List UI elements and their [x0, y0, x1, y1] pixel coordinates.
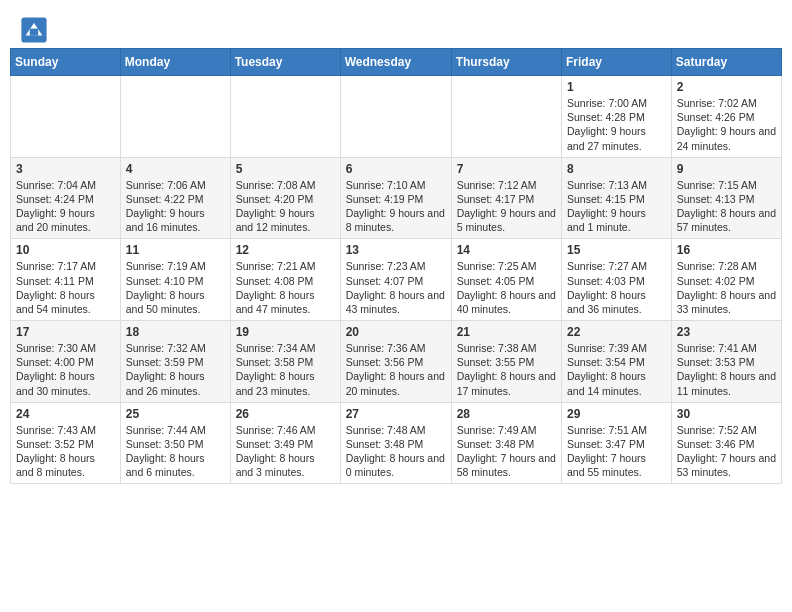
day-info: Sunset: 3:58 PM: [236, 355, 335, 369]
day-number: 23: [677, 325, 776, 339]
day-info: Daylight: 8 hours and 43 minutes.: [346, 288, 446, 316]
week-row-5: 24Sunrise: 7:43 AMSunset: 3:52 PMDayligh…: [11, 402, 782, 484]
day-info: Sunset: 3:48 PM: [346, 437, 446, 451]
day-info: Sunset: 3:50 PM: [126, 437, 225, 451]
day-number: 30: [677, 407, 776, 421]
calendar-cell: 26Sunrise: 7:46 AMSunset: 3:49 PMDayligh…: [230, 402, 340, 484]
calendar-cell: 4Sunrise: 7:06 AMSunset: 4:22 PMDaylight…: [120, 157, 230, 239]
calendar-cell: 19Sunrise: 7:34 AMSunset: 3:58 PMDayligh…: [230, 321, 340, 403]
calendar-cell: 5Sunrise: 7:08 AMSunset: 4:20 PMDaylight…: [230, 157, 340, 239]
day-info: Daylight: 8 hours and 33 minutes.: [677, 288, 776, 316]
day-number: 17: [16, 325, 115, 339]
day-number: 20: [346, 325, 446, 339]
calendar-cell: 30Sunrise: 7:52 AMSunset: 3:46 PMDayligh…: [671, 402, 781, 484]
week-row-2: 3Sunrise: 7:04 AMSunset: 4:24 PMDaylight…: [11, 157, 782, 239]
day-info: Daylight: 8 hours and 20 minutes.: [346, 369, 446, 397]
header-row: SundayMondayTuesdayWednesdayThursdayFrid…: [11, 49, 782, 76]
calendar-cell: 24Sunrise: 7:43 AMSunset: 3:52 PMDayligh…: [11, 402, 121, 484]
day-number: 13: [346, 243, 446, 257]
day-number: 5: [236, 162, 335, 176]
calendar-cell: 23Sunrise: 7:41 AMSunset: 3:53 PMDayligh…: [671, 321, 781, 403]
day-info: Daylight: 8 hours and 50 minutes.: [126, 288, 225, 316]
week-row-1: 1Sunrise: 7:00 AMSunset: 4:28 PMDaylight…: [11, 76, 782, 158]
day-info: Sunset: 4:24 PM: [16, 192, 115, 206]
day-info: Sunrise: 7:39 AM: [567, 341, 666, 355]
calendar-cell: 6Sunrise: 7:10 AMSunset: 4:19 PMDaylight…: [340, 157, 451, 239]
calendar-cell: 17Sunrise: 7:30 AMSunset: 4:00 PMDayligh…: [11, 321, 121, 403]
day-info: Sunset: 3:47 PM: [567, 437, 666, 451]
day-info: Sunset: 3:56 PM: [346, 355, 446, 369]
day-info: Sunrise: 7:21 AM: [236, 259, 335, 273]
day-info: Sunrise: 7:08 AM: [236, 178, 335, 192]
day-info: Daylight: 7 hours and 58 minutes.: [457, 451, 556, 479]
day-header-sunday: Sunday: [11, 49, 121, 76]
day-number: 15: [567, 243, 666, 257]
calendar-cell: 13Sunrise: 7:23 AMSunset: 4:07 PMDayligh…: [340, 239, 451, 321]
day-info: Daylight: 8 hours and 8 minutes.: [16, 451, 115, 479]
day-info: Sunset: 4:19 PM: [346, 192, 446, 206]
day-info: Sunset: 4:17 PM: [457, 192, 556, 206]
day-number: 21: [457, 325, 556, 339]
day-info: Sunset: 3:59 PM: [126, 355, 225, 369]
day-number: 25: [126, 407, 225, 421]
day-header-wednesday: Wednesday: [340, 49, 451, 76]
day-info: Daylight: 9 hours and 1 minute.: [567, 206, 666, 234]
calendar-cell: 3Sunrise: 7:04 AMSunset: 4:24 PMDaylight…: [11, 157, 121, 239]
day-info: Sunrise: 7:17 AM: [16, 259, 115, 273]
calendar-cell: 1Sunrise: 7:00 AMSunset: 4:28 PMDaylight…: [562, 76, 672, 158]
calendar-cell: 16Sunrise: 7:28 AMSunset: 4:02 PMDayligh…: [671, 239, 781, 321]
day-info: Sunrise: 7:49 AM: [457, 423, 556, 437]
day-info: Daylight: 8 hours and 26 minutes.: [126, 369, 225, 397]
day-header-monday: Monday: [120, 49, 230, 76]
day-info: Sunrise: 7:02 AM: [677, 96, 776, 110]
day-number: 29: [567, 407, 666, 421]
calendar-cell: 28Sunrise: 7:49 AMSunset: 3:48 PMDayligh…: [451, 402, 561, 484]
calendar-cell: [340, 76, 451, 158]
day-number: 4: [126, 162, 225, 176]
day-info: Daylight: 8 hours and 0 minutes.: [346, 451, 446, 479]
calendar: SundayMondayTuesdayWednesdayThursdayFrid…: [0, 48, 792, 494]
day-info: Sunrise: 7:43 AM: [16, 423, 115, 437]
day-number: 8: [567, 162, 666, 176]
day-info: Daylight: 9 hours and 12 minutes.: [236, 206, 335, 234]
calendar-cell: 27Sunrise: 7:48 AMSunset: 3:48 PMDayligh…: [340, 402, 451, 484]
day-header-friday: Friday: [562, 49, 672, 76]
day-info: Sunrise: 7:28 AM: [677, 259, 776, 273]
day-info: Sunrise: 7:46 AM: [236, 423, 335, 437]
day-info: Daylight: 8 hours and 6 minutes.: [126, 451, 225, 479]
day-info: Sunrise: 7:25 AM: [457, 259, 556, 273]
calendar-cell: 2Sunrise: 7:02 AMSunset: 4:26 PMDaylight…: [671, 76, 781, 158]
day-info: Sunrise: 7:23 AM: [346, 259, 446, 273]
day-info: Sunset: 4:02 PM: [677, 274, 776, 288]
day-info: Sunset: 4:10 PM: [126, 274, 225, 288]
day-number: 24: [16, 407, 115, 421]
calendar-header: SundayMondayTuesdayWednesdayThursdayFrid…: [11, 49, 782, 76]
calendar-cell: 7Sunrise: 7:12 AMSunset: 4:17 PMDaylight…: [451, 157, 561, 239]
calendar-cell: 12Sunrise: 7:21 AMSunset: 4:08 PMDayligh…: [230, 239, 340, 321]
day-number: 16: [677, 243, 776, 257]
svg-rect-2: [30, 29, 38, 36]
day-info: Daylight: 8 hours and 40 minutes.: [457, 288, 556, 316]
calendar-cell: [11, 76, 121, 158]
day-info: Sunrise: 7:51 AM: [567, 423, 666, 437]
day-info: Daylight: 8 hours and 17 minutes.: [457, 369, 556, 397]
calendar-cell: 9Sunrise: 7:15 AMSunset: 4:13 PMDaylight…: [671, 157, 781, 239]
day-info: Sunset: 4:22 PM: [126, 192, 225, 206]
day-info: Daylight: 8 hours and 23 minutes.: [236, 369, 335, 397]
calendar-cell: 21Sunrise: 7:38 AMSunset: 3:55 PMDayligh…: [451, 321, 561, 403]
day-info: Sunrise: 7:38 AM: [457, 341, 556, 355]
day-info: Sunrise: 7:34 AM: [236, 341, 335, 355]
calendar-cell: 22Sunrise: 7:39 AMSunset: 3:54 PMDayligh…: [562, 321, 672, 403]
day-info: Sunrise: 7:27 AM: [567, 259, 666, 273]
day-info: Sunset: 3:52 PM: [16, 437, 115, 451]
calendar-cell: 20Sunrise: 7:36 AMSunset: 3:56 PMDayligh…: [340, 321, 451, 403]
day-number: 7: [457, 162, 556, 176]
day-info: Sunset: 3:49 PM: [236, 437, 335, 451]
day-number: 26: [236, 407, 335, 421]
day-info: Sunset: 3:53 PM: [677, 355, 776, 369]
calendar-cell: 10Sunrise: 7:17 AMSunset: 4:11 PMDayligh…: [11, 239, 121, 321]
day-header-saturday: Saturday: [671, 49, 781, 76]
day-info: Sunrise: 7:06 AM: [126, 178, 225, 192]
day-info: Sunset: 4:15 PM: [567, 192, 666, 206]
day-info: Daylight: 8 hours and 54 minutes.: [16, 288, 115, 316]
